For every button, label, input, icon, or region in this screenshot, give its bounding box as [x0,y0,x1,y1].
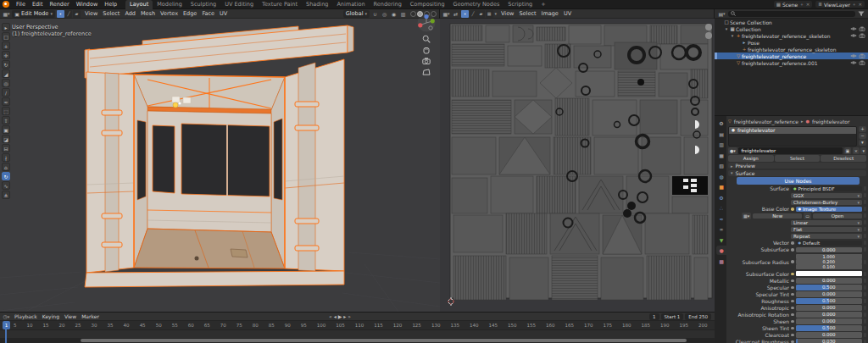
outliner-row-freightelevator-reference-skeleton[interactable]: +freightelevator_reference_skeleton [715,46,868,53]
filter-funnel-icon[interactable] [858,11,865,17]
modifiers-properties-tab[interactable]: ⚙ [716,193,726,202]
transform-tool-icon[interactable]: ◎ [2,79,10,87]
vector-value-field[interactable]: 1.000 [796,254,863,259]
workspace-tab-texture-paint[interactable]: Texture Paint [258,0,302,9]
hide-eye-icon[interactable] [850,33,857,39]
value-slider[interactable]: 0.000 [796,247,863,253]
viewport-menu-select[interactable]: Select [100,10,122,17]
value-slider[interactable]: 0.500 [796,298,863,304]
uv-menu-select[interactable]: Select [516,10,538,17]
smooth-tool-icon[interactable]: ∿ [2,181,10,190]
constraints-properties-tab[interactable]: ∞ [716,224,726,234]
timeline-scrollbar[interactable] [0,338,715,343]
shading-wireframe-button[interactable] [410,11,416,17]
keyframe-dot[interactable] [864,319,866,324]
hide-eye-icon[interactable] [850,53,857,59]
particles-properties-tab[interactable]: ∴ [716,203,726,213]
uv-sync-icon[interactable]: ⇄ [452,10,459,18]
topbar-menu-edit[interactable]: Edit [29,1,47,8]
unlink-button[interactable]: × [853,147,860,154]
overlays-icon[interactable]: ◉ [390,10,398,18]
render-properties-tab[interactable]: ▤ [716,130,726,139]
topbar-menu-file[interactable]: File [13,1,29,8]
orientation-dropdown[interactable]: Global▾ [343,10,370,18]
uv-menu-uv[interactable]: UV [561,10,574,17]
viewport-3d[interactable]: ▦▾ ▣ Edit Mode▾ ∙ ╱ ▰ ViewSelectAddMeshV… [0,9,440,312]
vector-value-field[interactable]: 0.100 [796,264,863,269]
tool-properties-tab[interactable]: ⚙ [716,119,726,128]
viewport-menu-vertex[interactable]: Vertex [158,10,181,17]
scene-unlink-icon[interactable]: × [806,2,810,7]
uv-sticky-caret[interactable]: ▾ [495,11,498,16]
view-layer-new-icon[interactable]: ＋ [852,2,857,8]
timeline-tracks[interactable] [0,330,715,338]
end-frame-field[interactable]: End 250 [685,313,711,320]
add-slot-button[interactable]: + [859,126,866,132]
workspace-tab-uv-editing[interactable]: UV Editing [220,0,258,9]
outliner-search-input[interactable] [728,11,855,17]
surface-panel-header[interactable]: ▾Surface [728,170,866,176]
workspace-tab-modeling[interactable]: Modeling [153,0,186,9]
workspace-tab-sculpting[interactable]: Sculpting [186,0,220,9]
playhead[interactable]: 1 [3,321,10,329]
material-slot-active[interactable]: ● freightelevator [729,127,856,134]
keyframe-dot[interactable] [864,285,866,290]
viewport-menu-face[interactable]: Face [199,10,217,17]
vector-button[interactable]: ● Default [796,241,863,246]
workspace-tab-geometry-nodes[interactable]: Geometry Nodes [449,0,504,9]
rip-region-tool-icon[interactable]: ⋔ [2,191,10,199]
freight-elevator-model[interactable] [85,25,353,287]
outliner-type-icon[interactable]: ▤▾ [718,10,726,18]
topbar-menu-help[interactable]: Help [101,1,120,8]
workspace-tab-shading[interactable]: Shading [302,0,332,9]
uv-menu-view[interactable]: View [498,10,516,17]
keyframe-dot[interactable] [864,326,866,330]
uv-editor[interactable]: ▦▾ ⇄ ∙ ╱ ▰ ▦ ▾ ViewSelectImageUV [440,9,715,312]
loop-cut-tool-icon[interactable]: ⊟ [2,144,10,152]
viewport-menu-view[interactable]: View [82,10,100,17]
inset-faces-tool-icon[interactable]: ▣ [2,125,10,134]
outliner-row-pose[interactable]: ▸Pose [715,39,868,46]
spin-tool-icon[interactable]: ↻ [2,172,10,180]
outliner-row-scene-collection[interactable]: □Scene Collection [715,19,868,25]
blender-logo-icon[interactable] [3,1,9,8]
value-slider[interactable]: 0.000 [796,305,863,311]
zoom-icon[interactable] [422,35,431,43]
keyframe-dot[interactable] [864,272,866,276]
timeline-menu-marker[interactable]: Marker [79,313,102,319]
uv-face-select-button[interactable]: ▰ [477,10,485,18]
topbar-menu-window[interactable]: Window [73,1,102,8]
keyframe-dot[interactable] [864,306,866,310]
view-layer-properties-tab[interactable]: ▦ [716,151,726,160]
measure-tool-icon[interactable]: ≈ [2,97,10,106]
workspace-tab-compositing[interactable]: Compositing [406,0,449,9]
material-slot-list[interactable]: ● freightelevator [728,126,857,147]
extension-dropdown[interactable]: Repeat▾ [791,234,862,240]
bevel-tool-icon[interactable]: ◪ [2,135,10,143]
poly-build-tool-icon[interactable]: ⌂ [2,163,10,171]
prev-keyframe-button[interactable]: ◂ [334,313,337,319]
vector-value-field[interactable]: 0.200 [796,259,863,264]
keyframe-dot[interactable] [864,292,866,296]
output-properties-tab[interactable]: ▥ [716,140,726,149]
next-keyframe-button[interactable]: ▸ [343,313,346,319]
keyframe-dot[interactable] [864,299,866,303]
uv-vertex-select-button[interactable]: ∙ [461,10,469,18]
slot-specials-button[interactable]: ▾ [859,140,866,146]
disable-render-icon[interactable] [859,60,865,66]
value-slider[interactable]: 0.000 [796,291,863,297]
assign-button[interactable]: Assign [728,155,774,162]
scene-selector[interactable]: ▦ Scene ＋ × [774,1,813,8]
base-color-node-button[interactable]: ● Image Texture [796,207,863,213]
remove-slot-button[interactable]: − [859,133,866,139]
disable-render-icon[interactable] [859,33,865,39]
value-slider[interactable]: 0.000 [796,318,863,324]
mode-dropdown[interactable]: ▣ Edit Mode▾ [12,10,55,18]
value-slider[interactable]: 0.000 [796,278,863,284]
view-layer-remove-icon[interactable]: × [858,2,862,7]
viewport-menu-mesh[interactable]: Mesh [138,10,158,17]
material-properties-tab[interactable]: ● [716,246,726,255]
navigation-gizmo[interactable] [417,14,436,32]
texture-properties-tab[interactable]: ▩ [716,257,726,266]
annotate-tool-icon[interactable]: ∕ [2,88,10,97]
